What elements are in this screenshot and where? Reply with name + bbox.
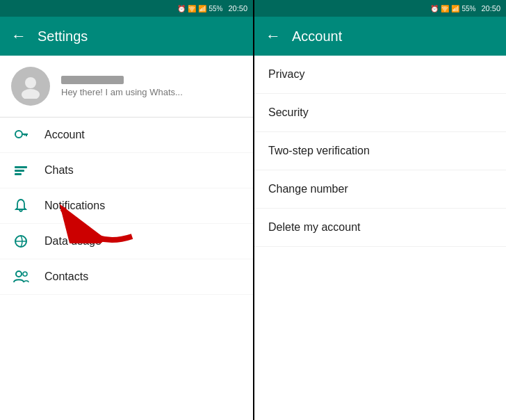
account-title: Account [292,29,342,45]
right-status-icons: ⏰ 🛜 📶 55% [430,5,475,13]
notifications-label: Notifications [44,200,105,212]
settings-back-button[interactable]: ← [11,27,26,45]
wifi-icon: 🛜 [188,5,196,13]
svg-rect-8 [15,173,22,175]
data-usage-label: Data usage [44,235,101,248]
left-status-icons: ⏰ 🛜 📶 55% [177,5,222,13]
right-status-bar: ⏰ 🛜 📶 55% 20:50 [254,0,506,17]
left-time: 20:50 [228,4,247,13]
settings-title: Settings [38,29,88,45]
contacts-label: Contacts [44,270,88,283]
svg-point-11 [16,271,22,277]
profile-info: Hey there! I am using Whats... [61,76,183,97]
account-top-bar: ← Account [254,17,506,56]
left-status-bar: ⏰ 🛜 📶 55% 20:50 [0,0,253,17]
account-panel: ⏰ 🛜 📶 55% 20:50 ← Account Privacy Securi… [253,0,506,420]
svg-point-0 [25,77,36,88]
svg-point-1 [22,89,40,99]
privacy-label: Privacy [268,68,304,81]
sim-icon: 📶 [198,5,206,13]
list-item-delete-account[interactable]: Delete my account [254,209,506,247]
data-icon [11,234,31,249]
delete-account-label: Delete my account [268,221,361,234]
account-back-button[interactable]: ← [266,27,281,45]
settings-panel: ⏰ 🛜 📶 55% 20:50 ← Settings Hey there! I … [0,0,253,420]
alarm-icon-r: ⏰ [430,5,439,13]
settings-top-bar: ← Settings [0,17,253,56]
two-step-label: Two-step verification [268,145,370,157]
change-number-label: Change number [268,183,348,195]
key-icon [11,127,31,143]
alarm-icon: ⏰ [177,5,186,13]
right-time: 20:50 [481,4,500,13]
svg-rect-7 [15,170,24,172]
svg-point-2 [15,131,22,138]
account-label: Account [44,129,85,141]
battery-text-r: 55% [462,5,475,13]
security-label: Security [268,106,309,119]
list-item-privacy[interactable]: Privacy [254,56,506,94]
list-item-change-number[interactable]: Change number [254,170,506,209]
list-item-security[interactable]: Security [254,94,506,132]
wifi-icon-r: 🛜 [441,5,449,13]
profile-name-bar [61,76,124,84]
menu-item-data-usage[interactable]: Data usage [0,224,253,259]
menu-item-notifications[interactable]: Notifications [0,188,253,224]
profile-row[interactable]: Hey there! I am using Whats... [0,56,253,118]
avatar [11,67,50,106]
bell-icon [11,198,31,213]
menu-item-contacts[interactable]: Contacts [0,259,253,295]
profile-status: Hey there! I am using Whats... [61,87,183,97]
battery-text: 55% [209,5,222,13]
person-icon [18,74,43,99]
menu-item-account[interactable]: Account [0,118,253,153]
chat-icon [11,163,31,178]
list-item-two-step[interactable]: Two-step verification [254,132,506,170]
svg-point-12 [23,272,27,276]
svg-rect-6 [15,166,27,168]
chats-label: Chats [44,164,74,177]
menu-item-chats[interactable]: Chats [0,153,253,188]
sim-icon-r: 📶 [451,5,459,13]
people-icon [11,269,31,284]
